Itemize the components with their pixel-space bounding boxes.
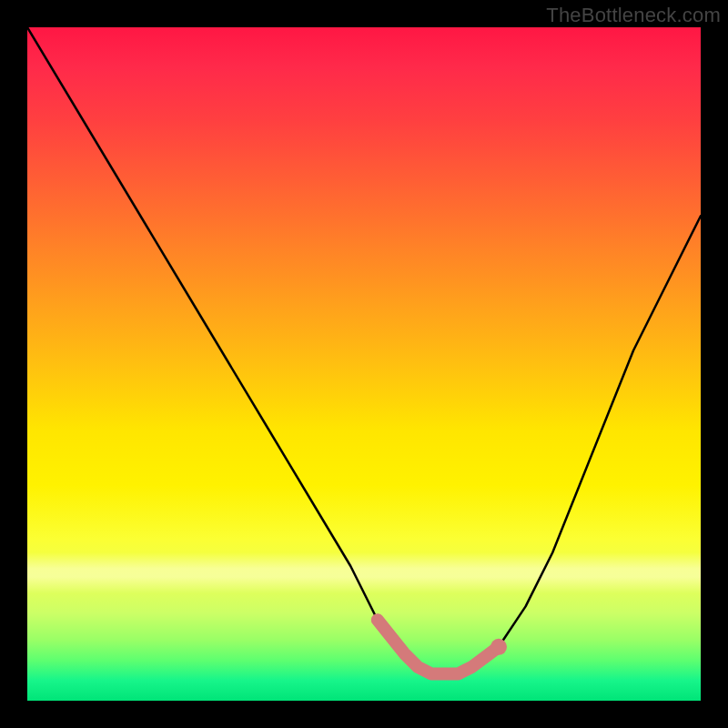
highlight-point	[490, 639, 507, 655]
watermark-text: TheBottleneck.com	[546, 4, 721, 27]
curve-svg	[27, 27, 701, 701]
highlight-segment	[378, 620, 499, 673]
bottleneck-curve	[27, 27, 701, 673]
pale-band	[27, 552, 701, 592]
chart-frame: TheBottleneck.com	[0, 0, 728, 728]
plot-area	[27, 27, 701, 701]
